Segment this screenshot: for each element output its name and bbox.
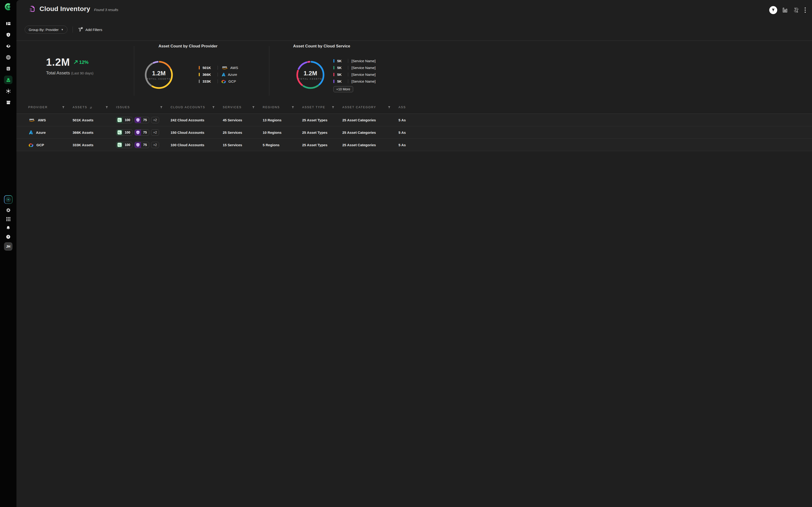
settings-button[interactable] — [4, 206, 13, 215]
terminal-icon: >_ — [117, 130, 122, 134]
total-assets-delta: 12% — [79, 60, 89, 65]
scan-issues-badge[interactable]: >_ 100 — [116, 117, 133, 123]
asset-type-cell: 25 Asset Types — [302, 130, 342, 134]
sidebar-item-scope[interactable] — [3, 52, 14, 63]
legend-item-azure[interactable]: 366K Azure — [199, 71, 238, 78]
cloud-accounts-cell: 150 Cloud Accounts — [170, 130, 223, 134]
svg-text:@: @ — [137, 131, 139, 133]
add-filters-button[interactable]: Add Filters — [78, 27, 102, 32]
column-header-cloud-accounts[interactable]: CLOUD ACCOUNTS — [170, 106, 223, 109]
legend-name: [Service Name] — [352, 79, 376, 83]
chevron-down-icon: ▼ — [61, 28, 64, 31]
service-donut-chart: 1.2M TOTAL ASSETS — [295, 60, 325, 90]
provider-donut-value: 1.2M — [152, 70, 166, 77]
legend-tick — [334, 79, 334, 83]
legend-value: 5K — [337, 66, 345, 70]
trend-up-icon — [73, 60, 78, 64]
shield-issues-badge[interactable]: @ 75 — [135, 117, 149, 123]
shield-icon: @ — [136, 130, 140, 134]
table-row[interactable]: GCP 333K Assets >_ 100 @ 75 + — [16, 139, 406, 151]
sort-icon[interactable]: ↓↑ — [90, 106, 92, 109]
scan-issues-badge[interactable]: >_ 100 — [116, 142, 133, 148]
clipped-cell: 5 As — [399, 130, 406, 134]
apps-button[interactable] — [4, 215, 13, 223]
sidebar-item-threats[interactable] — [3, 86, 14, 97]
column-header-asset-type[interactable]: ASSET TYPE — [302, 106, 342, 109]
service-legend: 5K [Service Name] 5K [Service Name] 5K [… — [334, 58, 376, 85]
column-header-services[interactable]: SERVICES — [223, 106, 263, 109]
clipped-cell: 5 As — [399, 143, 406, 147]
assets-cell: 501K Assets — [72, 118, 116, 122]
provider-cell: Azure — [28, 130, 72, 135]
legend-tick — [334, 73, 334, 76]
issues-cell: >_ 100 @ 75 +2 — [116, 142, 170, 148]
legend-item-gcp[interactable]: 333K GCP — [199, 78, 238, 85]
legend-item-aws[interactable]: 501K aws AWS — [199, 64, 238, 71]
legend-name: [Service Name] — [352, 66, 376, 70]
assets-cell: 366K Assets — [72, 130, 116, 134]
sidebar-item-issues[interactable] — [3, 29, 14, 40]
clipped-cell: 5 As — [399, 118, 406, 122]
table-row[interactable]: Azure 366K Assets >_ 100 @ 75 — [16, 126, 406, 139]
filter-funnel-icon[interactable] — [160, 106, 163, 109]
table-row[interactable]: aws AWS 501K Assets >_ 100 @ — [16, 114, 406, 126]
group-by-label: Group By: Provider — [29, 28, 59, 32]
user-avatar[interactable]: JH — [4, 242, 12, 251]
legend-value: 366K — [203, 72, 214, 76]
more-issues-badge[interactable]: +2 — [151, 129, 159, 136]
assets-cell: 333K Assets — [72, 143, 116, 147]
shield-icon: @ — [136, 143, 140, 147]
scan-issues-badge[interactable]: >_ 100 — [116, 129, 133, 136]
sidebar-item-reports[interactable] — [3, 63, 14, 74]
ai-assistant-button[interactable] — [4, 195, 12, 204]
notifications-button[interactable] — [4, 223, 13, 232]
app-logo[interactable] — [5, 3, 12, 10]
sidebar-item-dashboards[interactable] — [3, 18, 14, 29]
issues-cell: >_ 100 @ 75 +2 — [116, 129, 170, 136]
provider-chart-title: Asset Count by Cloud Provider — [145, 44, 232, 49]
legend-item-service[interactable]: 5K [Service Name] — [334, 58, 376, 64]
page-header: Cloud Inventory Found 3 results — [16, 0, 406, 41]
add-filters-label: Add Filters — [85, 28, 102, 32]
shield-issues-badge[interactable]: @ 75 — [135, 142, 149, 148]
provider-donut-label: TOTAL ASSETS — [147, 78, 170, 80]
column-header-regions[interactable]: REGIONS — [263, 106, 302, 109]
more-issues-badge[interactable]: +2 — [151, 142, 159, 148]
svg-text:aws: aws — [222, 65, 227, 68]
filter-funnel-icon[interactable] — [388, 106, 391, 109]
asset-type-cell: 25 Asset Types — [302, 118, 342, 122]
legend-value: 5K — [337, 72, 345, 76]
provider-donut-chart: 1.2M TOTAL ASSETS — [144, 60, 174, 90]
total-assets-period: (Last 90 days) — [71, 71, 94, 75]
legend-tick — [334, 66, 334, 69]
legend-item-service[interactable]: 5K [Service Name] — [334, 78, 376, 85]
aws-logo: aws — [221, 65, 228, 70]
sidebar-item-cloud-inventory[interactable] — [4, 75, 12, 84]
ai-dots-icon — [5, 197, 11, 202]
legend-item-service[interactable]: 5K [Service Name] — [334, 64, 376, 71]
filter-funnel-icon[interactable] — [292, 106, 294, 109]
column-header-asset-category[interactable]: ASSET CATEGORY — [342, 106, 399, 109]
filter-funnel-icon[interactable] — [332, 106, 334, 109]
sidebar-item-visibility[interactable] — [3, 40, 14, 52]
divider — [72, 26, 73, 33]
group-by-dropdown[interactable]: Group By: Provider ▼ — [25, 25, 67, 34]
shield-issues-badge[interactable]: @ 75 — [135, 129, 149, 136]
column-header-issues[interactable]: ISSUES — [116, 106, 170, 109]
gcp-logo — [221, 79, 226, 83]
legend-item-service[interactable]: 5K [Service Name] — [334, 71, 376, 78]
column-header-provider[interactable]: PROVIDER — [28, 106, 72, 109]
more-issues-badge[interactable]: +2 — [151, 117, 159, 123]
column-header-clipped[interactable]: ASS — [399, 106, 406, 109]
more-services-button[interactable]: +10 More — [334, 86, 353, 92]
help-button[interactable]: ? — [4, 232, 13, 241]
summary-band: 1.2M 12% Total Assets (Last 90 days) Ass… — [16, 41, 406, 101]
filter-funnel-icon[interactable] — [62, 106, 65, 109]
page-title: Cloud Inventory — [40, 5, 90, 13]
column-header-assets[interactable]: ASSETS ↓↑ — [72, 106, 116, 109]
filter-funnel-icon[interactable] — [252, 106, 255, 109]
azure-logo — [28, 130, 33, 135]
sidebar-item-marketplace[interactable] — [3, 97, 14, 108]
filter-funnel-icon[interactable] — [212, 106, 215, 109]
filter-funnel-icon[interactable] — [105, 106, 108, 109]
